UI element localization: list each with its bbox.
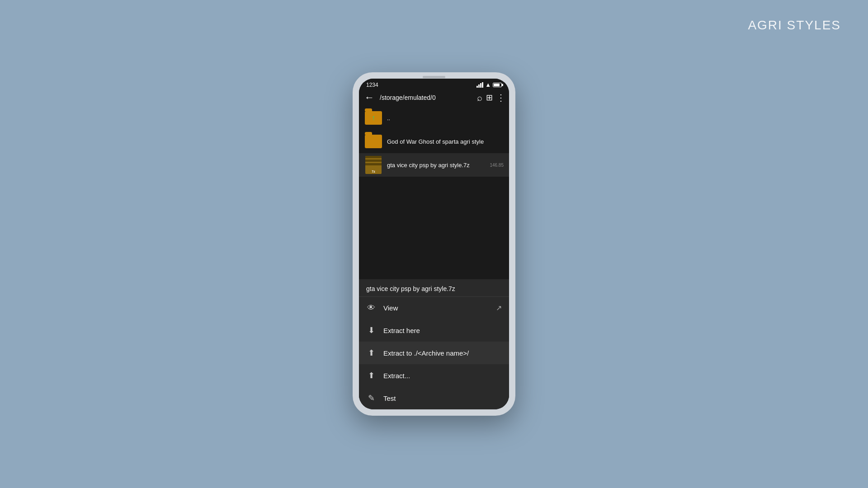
- extract-icon: ⬆: [366, 371, 376, 380]
- file-info: ..: [387, 114, 504, 122]
- list-item[interactable]: God of War Ghost of sparta agri style: [359, 130, 509, 153]
- context-menu-extract[interactable]: ⬆ Extract...: [359, 364, 509, 387]
- file-name: gta vice city psp by agri style.7z: [387, 162, 470, 169]
- file-info: God of War Ghost of sparta agri style: [387, 137, 504, 145]
- more-button[interactable]: ⋮: [496, 92, 505, 103]
- status-time: 1234: [366, 82, 378, 88]
- sheet-header: gta vice city psp by agri style.7z: [359, 279, 509, 297]
- app-bar-title: /storage/emulated/0: [378, 94, 475, 102]
- file-list: .. God of War Ghost of sparta agri style: [359, 106, 509, 409]
- extract-to-label: Extract to ./<Archive name>/: [383, 349, 502, 357]
- context-menu-test[interactable]: ✎ Test: [359, 387, 509, 409]
- external-link-icon: ↗: [496, 304, 502, 312]
- folder-icon: [364, 132, 382, 150]
- extract-label: Extract...: [383, 372, 502, 380]
- context-menu: gta vice city psp by agri style.7z 👁 Vie…: [359, 279, 509, 409]
- app-bar-actions: ⌕ ⊞ ⋮: [477, 92, 505, 103]
- test-icon: ✎: [366, 393, 376, 403]
- extract-here-label: Extract here: [383, 327, 502, 334]
- file-info: gta vice city psp by agri style.7z: [387, 161, 504, 169]
- grid-button[interactable]: ⊞: [486, 93, 493, 103]
- folder-up-icon: [364, 109, 382, 127]
- context-menu-extract-to[interactable]: ⬆ Extract to ./<Archive name>/: [359, 342, 509, 364]
- search-button[interactable]: ⌕: [477, 93, 482, 103]
- extract-to-icon: ⬆: [366, 348, 376, 358]
- wifi-icon: ▲: [485, 81, 491, 88]
- battery-icon: [493, 82, 502, 88]
- sheet-title: gta vice city psp by agri style.7z: [366, 285, 455, 292]
- path-text: /storage/emulated/0: [380, 94, 475, 102]
- archive-icon: 7z: [364, 156, 382, 174]
- back-button[interactable]: ←: [363, 91, 376, 104]
- phone-container: 1234 ▲ ← /storage/emulate: [353, 72, 515, 416]
- context-menu-view[interactable]: 👁 View ↗: [359, 297, 509, 319]
- watermark-text: AGRI STYLES: [748, 18, 841, 33]
- phone-screen: 1234 ▲ ← /storage/emulate: [359, 79, 509, 409]
- test-label: Test: [383, 394, 502, 402]
- file-name: God of War Ghost of sparta agri style: [387, 138, 484, 145]
- signal-icon: [476, 82, 483, 88]
- phone-speaker: [423, 76, 445, 78]
- list-item[interactable]: 7z gta vice city psp by agri style.7z 14…: [359, 153, 509, 177]
- file-size: 146.85: [490, 163, 504, 168]
- view-icon: 👁: [366, 303, 376, 313]
- extract-here-icon: ⬇: [366, 325, 376, 335]
- status-bar: 1234 ▲: [359, 79, 509, 89]
- list-item[interactable]: ..: [359, 106, 509, 130]
- view-label: View: [383, 304, 489, 312]
- phone-shell: 1234 ▲ ← /storage/emulate: [353, 72, 515, 416]
- file-name: ..: [387, 115, 390, 122]
- context-menu-extract-here[interactable]: ⬇ Extract here: [359, 319, 509, 342]
- status-icons: ▲: [476, 81, 502, 88]
- app-bar: ← /storage/emulated/0 ⌕ ⊞ ⋮: [359, 89, 509, 106]
